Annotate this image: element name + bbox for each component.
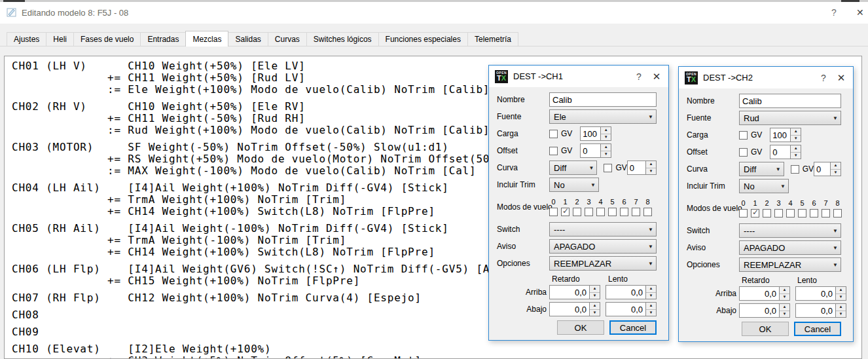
tab-switches-logicos[interactable]: Switches lógicos <box>306 32 379 46</box>
offset-spinner[interactable]: 0▲▼ <box>580 143 611 158</box>
abajo-lento-spinner[interactable]: 0,0▲▼ <box>795 303 846 318</box>
carga-gv-checkbox[interactable] <box>739 131 748 140</box>
flight-mode-checkbox[interactable] <box>596 208 605 216</box>
dialog-help-button[interactable]: ? <box>629 71 649 82</box>
fuente-select[interactable]: Rud▼ <box>739 111 841 125</box>
spin-down-arrow[interactable]: ▼ <box>590 310 600 316</box>
spin-up-arrow[interactable]: ▲ <box>646 286 656 293</box>
dialog-close-button[interactable]: ✕ <box>649 71 664 83</box>
spin-up-arrow[interactable]: ▲ <box>646 161 656 168</box>
spin-down-arrow[interactable]: ▼ <box>601 134 611 141</box>
spin-up-arrow[interactable]: ▲ <box>836 304 846 311</box>
carga-gv-checkbox[interactable] <box>549 130 558 138</box>
switch-select[interactable]: ----▼ <box>549 222 657 236</box>
abajo-retardo-spinner[interactable]: 0,0▲▼ <box>549 302 600 316</box>
flight-mode-checkbox[interactable] <box>833 209 842 217</box>
nombre-input[interactable] <box>549 92 657 107</box>
flight-mode-checkbox[interactable] <box>608 208 617 216</box>
spin-down-arrow[interactable]: ▼ <box>646 168 656 175</box>
flight-mode-checkbox[interactable] <box>798 209 806 217</box>
spin-up-arrow[interactable]: ▲ <box>836 287 846 294</box>
spin-up-arrow[interactable]: ▲ <box>780 287 789 294</box>
curva-gv-spinner[interactable]: 0▲▼ <box>627 161 657 175</box>
tab-entradas[interactable]: Entradas <box>140 32 186 46</box>
arriba-lento-spinner[interactable]: 0,0▲▼ <box>795 286 846 301</box>
curva-gv-spinner[interactable]: 0▲▼ <box>814 162 841 176</box>
spin-down-arrow[interactable]: ▼ <box>646 293 656 299</box>
dialog-help-button[interactable]: ? <box>814 73 833 83</box>
spin-down-arrow[interactable]: ▼ <box>836 294 846 301</box>
spin-down-arrow[interactable]: ▼ <box>646 310 656 316</box>
flight-mode-checkbox[interactable] <box>573 208 581 216</box>
spin-down-arrow[interactable]: ▼ <box>831 170 841 176</box>
spin-up-arrow[interactable]: ▲ <box>791 145 801 153</box>
tab-curvas[interactable]: Curvas <box>268 32 307 46</box>
spin-up-arrow[interactable]: ▲ <box>646 303 656 310</box>
mixer-line[interactable]: += CH3 Weight(+5%) NoTrim Offset(5%) [Co… <box>12 355 861 359</box>
spin-up-arrow[interactable]: ▲ <box>601 144 611 151</box>
aviso-select[interactable]: APAGADO▼ <box>549 239 657 254</box>
spin-down-arrow[interactable]: ▼ <box>791 136 801 142</box>
switch-select[interactable]: ----▼ <box>739 223 841 238</box>
aviso-select[interactable]: APAGADO▼ <box>739 240 841 255</box>
flight-mode-checkbox[interactable] <box>739 209 748 217</box>
spin-up-arrow[interactable]: ▲ <box>590 303 600 310</box>
abajo-retardo-spinner[interactable]: 0,0▲▼ <box>739 303 790 318</box>
arriba-lento-spinner[interactable]: 0,0▲▼ <box>606 285 657 299</box>
spin-up-arrow[interactable]: ▲ <box>601 127 611 134</box>
abajo-lento-spinner[interactable]: 0,0▲▼ <box>606 302 657 316</box>
cancel-button[interactable]: Cancel <box>609 320 657 335</box>
spin-down-arrow[interactable]: ▼ <box>601 151 611 158</box>
tab-salidas[interactable]: Salidas <box>228 32 268 46</box>
flight-mode-checkbox[interactable] <box>786 209 795 217</box>
spin-down-arrow[interactable]: ▼ <box>836 311 846 318</box>
tab-mezclas[interactable]: Mezclas <box>185 31 228 47</box>
carga-spinner[interactable]: 100▲▼ <box>770 128 801 142</box>
flight-mode-checkbox[interactable] <box>620 208 628 216</box>
opciones-select[interactable]: REEMPLAZAR▼ <box>739 257 841 272</box>
tab-ajustes[interactable]: Ajustes <box>7 32 46 46</box>
tab-funciones-especiales[interactable]: Funciones especiales <box>378 32 468 46</box>
mixer-line[interactable]: CH10 (Elevat) [I2]Ele Weight(+100%) <box>12 343 861 355</box>
flight-mode-checkbox[interactable] <box>643 208 652 216</box>
window-close-button[interactable]: ✕ <box>856 2 868 24</box>
offset-gv-checkbox[interactable] <box>549 147 558 155</box>
flight-mode-checkbox[interactable] <box>774 209 783 217</box>
dialog-close-button[interactable]: ✕ <box>833 72 849 84</box>
arriba-retardo-spinner[interactable]: 0,0▲▼ <box>739 286 790 301</box>
ok-button[interactable]: OK <box>742 322 789 336</box>
curva-select[interactable]: Diff▼ <box>549 161 597 175</box>
flight-mode-checkbox[interactable] <box>822 209 830 217</box>
flight-mode-checkbox[interactable] <box>561 208 570 216</box>
spin-down-arrow[interactable]: ▼ <box>780 311 789 318</box>
cancel-button[interactable]: Cancel <box>794 322 841 336</box>
carga-spinner[interactable]: 100▲▼ <box>580 126 611 141</box>
curva-gv-checkbox[interactable] <box>604 164 612 172</box>
flight-mode-checkbox[interactable] <box>751 209 759 217</box>
dialog-titlebar[interactable]: OPENTX DEST ->CH1 ? ✕ <box>489 66 668 87</box>
offset-spinner[interactable]: 0▲▼ <box>770 145 801 159</box>
spin-down-arrow[interactable]: ▼ <box>791 153 801 159</box>
opciones-select[interactable]: REEMPLAZAR▼ <box>549 256 657 271</box>
flight-mode-checkbox[interactable] <box>763 209 771 217</box>
spin-up-arrow[interactable]: ▲ <box>791 128 801 136</box>
spin-down-arrow[interactable]: ▼ <box>780 294 789 301</box>
flight-mode-checkbox[interactable] <box>585 208 593 216</box>
ok-button[interactable]: OK <box>557 320 604 335</box>
offset-gv-checkbox[interactable] <box>739 148 748 157</box>
spin-down-arrow[interactable]: ▼ <box>590 293 600 299</box>
dialog-titlebar[interactable]: OPENTX DEST ->CH2 ? ✕ <box>679 67 853 88</box>
tab-heli[interactable]: Heli <box>46 32 74 46</box>
flight-mode-checkbox[interactable] <box>810 209 818 217</box>
flight-mode-checkbox[interactable] <box>549 208 558 216</box>
incluir-trim-select[interactable]: No▼ <box>549 178 599 192</box>
tab-fases-de-vuelo[interactable]: Fases de vuelo <box>73 32 141 46</box>
window-help-button[interactable]: ? <box>827 2 841 24</box>
fuente-select[interactable]: Ele▼ <box>549 109 657 124</box>
spin-up-arrow[interactable]: ▲ <box>590 286 600 293</box>
nombre-input[interactable] <box>739 94 841 108</box>
spin-up-arrow[interactable]: ▲ <box>831 162 841 170</box>
incluir-trim-select[interactable]: No▼ <box>739 179 789 193</box>
tab-telemetria[interactable]: Telemetría <box>467 32 518 46</box>
spin-up-arrow[interactable]: ▲ <box>780 304 789 311</box>
